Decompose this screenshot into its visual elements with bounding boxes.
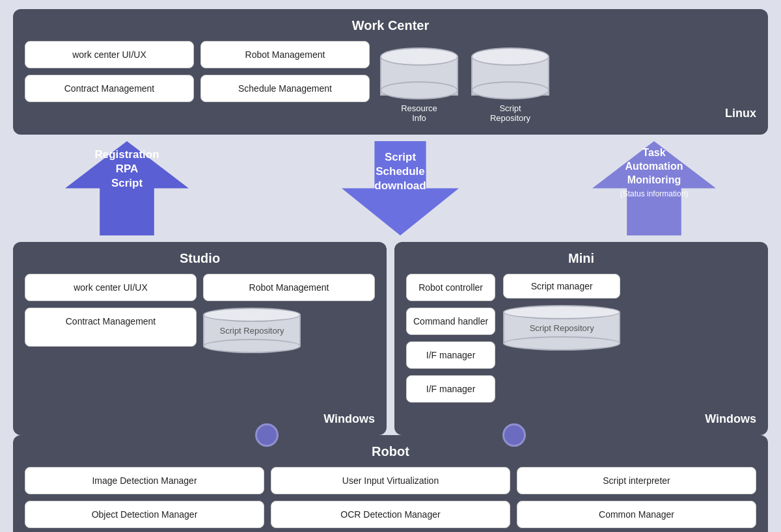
arrows-section: RegistrationRPAScript ScriptScheduledown…: [13, 135, 768, 242]
cylinder-top: [380, 47, 458, 66]
arrow-script-download: ScriptScheduledownload: [342, 141, 459, 235]
connector-row: [13, 423, 768, 447]
mini-content: Robot controller Command handler I/F man…: [406, 274, 756, 403]
wc-box-2: Contract Management: [25, 75, 194, 102]
studio-section: Studio work center UI/UX Robot Managemen…: [13, 242, 387, 435]
cylinder-bottom: [380, 81, 458, 100]
studio-title: Studio: [25, 251, 375, 266]
mini-box-4: I/F manager: [406, 375, 495, 403]
robot-box-5: Common Manager: [517, 501, 756, 528]
wc-box-3: Schedule Management: [200, 75, 370, 102]
cylinder-top-2: [471, 47, 549, 66]
work-center-dbs: ResourceInfo ScriptRepository Linux: [380, 41, 756, 123]
arrow-up2-text: TaskAutomationMonitoring(Status informat…: [592, 146, 716, 200]
mini-db: Script Repository: [503, 305, 620, 344]
robot-box-3: Object Detection Manager: [25, 501, 264, 528]
arrow-registration: RegistrationRPAScript: [65, 141, 208, 235]
mini-db-shape: Script Repository: [503, 305, 620, 351]
mini-box-2: Command handler: [406, 308, 495, 335]
mini-box-3: I/F manager: [406, 341, 495, 369]
db-resource-label: ResourceInfo: [401, 103, 437, 123]
mini-right: Script manager Script Repository: [503, 274, 620, 403]
robot-box-1: User Input Virtualization: [271, 467, 510, 494]
work-center-boxes: work center UI/UX Robot Management Contr…: [25, 41, 370, 102]
db-script-label: ScriptRepository: [490, 103, 530, 123]
cylinder-script: [471, 47, 549, 100]
db-resource-info: ResourceInfo: [380, 47, 458, 123]
mini-script-mgr: Script manager: [503, 274, 620, 299]
arrow-up-shape: RegistrationRPAScript: [65, 141, 189, 235]
studio-db: Script Repository: [203, 308, 375, 347]
connector-right: [502, 423, 526, 447]
mini-title: Mini: [406, 251, 756, 266]
work-center-section: Work Center work center UI/UX Robot Mana…: [13, 9, 768, 135]
studio-boxes: work center UI/UX Robot Management Contr…: [25, 274, 375, 347]
robot-box-4: OCR Detection Manager: [271, 501, 510, 528]
cylinder-resource: [380, 47, 458, 100]
mini-box-0: Robot controller: [406, 274, 495, 301]
arrow-down-shape: ScriptScheduledownload: [342, 141, 459, 235]
diagram: Work Center work center UI/UX Robot Mana…: [13, 9, 768, 523]
studio-box-1: Robot Management: [203, 274, 375, 301]
wc-box-1: Robot Management: [200, 41, 370, 68]
db-script-repo: ScriptRepository: [471, 47, 549, 123]
mini-left: Robot controller Command handler I/F man…: [406, 274, 495, 403]
cylinder-bottom-2: [471, 81, 549, 100]
mini-db-label: Script Repository: [503, 323, 620, 333]
arrow-up-text: RegistrationRPAScript: [65, 148, 189, 191]
arrow-task-monitoring: TaskAutomationMonitoring(Status informat…: [592, 141, 716, 235]
linux-label: Linux: [725, 107, 756, 123]
robot-box-2: Script interpreter: [517, 467, 756, 494]
studio-box-2: Contract Management: [25, 308, 197, 347]
robot-boxes: Image Detection Manager User Input Virtu…: [25, 467, 756, 528]
robot-section: Robot Image Detection Manager User Input…: [13, 435, 768, 532]
studio-box-0: work center UI/UX: [25, 274, 197, 301]
robot-box-0: Image Detection Manager: [25, 467, 264, 494]
studio-db-shape: Script Repository: [203, 308, 301, 353]
lower-panels: Studio work center UI/UX Robot Managemen…: [13, 242, 768, 435]
arrow-down-text: ScriptScheduledownload: [342, 150, 459, 193]
work-center-title: Work Center: [25, 18, 756, 33]
wc-box-0: work center UI/UX: [25, 41, 194, 68]
studio-db-label: Script Repository: [203, 326, 301, 336]
arrow-up2-shape: TaskAutomationMonitoring(Status informat…: [592, 141, 716, 235]
mini-section: Mini Robot controller Command handler I/…: [394, 242, 768, 435]
connector-left: [255, 423, 279, 447]
